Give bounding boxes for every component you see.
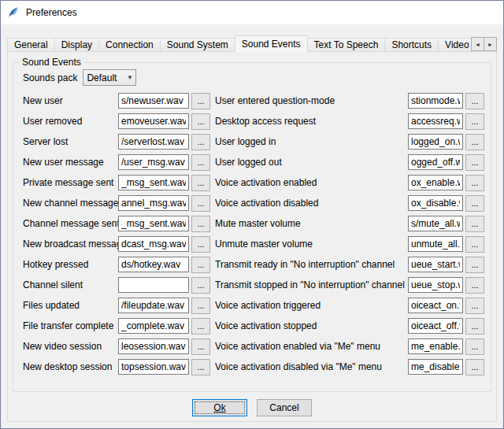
browse-button[interactable]: ... [191, 113, 210, 130]
sound-event-row: Transmit stopped in "No interruption" ch… [215, 275, 484, 295]
tab-scroll-left-button[interactable]: ◄ [471, 37, 484, 51]
sound-event-label: Voice activation enabled via "Me" menu [215, 341, 408, 352]
browse-button[interactable]: ... [465, 134, 484, 150]
ok-button-label: Ok [213, 402, 225, 413]
group-title: Sound Events [20, 57, 83, 68]
sound-file-input[interactable] [408, 175, 463, 190]
sound-event-label: Files updated [23, 300, 118, 311]
sound-file-input[interactable] [408, 216, 463, 231]
browse-button[interactable]: ... [465, 216, 484, 232]
sound-event-row: New desktop session ... [23, 357, 210, 377]
browse-button[interactable]: ... [465, 113, 484, 130]
tab-scroll-right-button[interactable]: ► [484, 37, 497, 51]
sound-file-input[interactable] [118, 216, 189, 231]
preferences-window: Preferences General Display Connection S… [0, 0, 504, 429]
window-title: Preferences [26, 7, 77, 18]
sound-file-input[interactable] [118, 257, 189, 272]
sound-file-input[interactable] [118, 318, 189, 334]
browse-button[interactable]: ... [191, 93, 210, 109]
tab-sound-events[interactable]: Sound Events [235, 35, 308, 52]
sound-file-input[interactable] [408, 257, 463, 272]
browse-button[interactable]: ... [465, 338, 484, 355]
browse-button[interactable]: ... [465, 195, 484, 212]
sound-event-label: Voice activation triggered [215, 300, 408, 311]
sound-event-label: Server lost [23, 136, 118, 147]
sound-file-input[interactable] [408, 359, 463, 375]
sound-file-input[interactable] [118, 277, 189, 293]
browse-button[interactable]: ... [191, 154, 210, 171]
tab-bar: General Display Connection Sound System … [7, 35, 497, 52]
sound-event-label: New user message [23, 157, 118, 168]
sound-file-input[interactable] [408, 277, 463, 293]
browse-button[interactable]: ... [191, 318, 210, 335]
sound-file-input[interactable] [408, 236, 463, 252]
sound-file-input[interactable] [118, 298, 189, 313]
sound-file-input[interactable] [118, 195, 189, 211]
sound-file-input[interactable] [118, 134, 189, 150]
browse-button[interactable]: ... [191, 216, 210, 232]
sound-event-row: Voice activation enabled ... [215, 172, 484, 193]
browse-button[interactable]: ... [191, 195, 210, 212]
browse-button[interactable]: ... [191, 277, 210, 294]
browse-button[interactable]: ... [191, 175, 210, 191]
sound-file-input[interactable] [118, 175, 189, 190]
sound-file-input[interactable] [408, 134, 463, 150]
tab-page-sound-events: Sound Events Sounds pack Default ▼ New u… [7, 51, 497, 422]
arrow-left-icon: ◄ [475, 42, 480, 47]
sound-event-row: Channel message sent ... [23, 213, 210, 234]
sound-file-input[interactable] [408, 154, 463, 170]
sound-event-row: Hotkey pressed ... [23, 254, 210, 275]
browse-button[interactable]: ... [191, 338, 210, 355]
sound-event-label: Voice activation disabled [215, 198, 408, 209]
browse-button[interactable]: ... [191, 134, 210, 150]
browse-button[interactable]: ... [465, 175, 484, 191]
sound-file-input[interactable] [118, 154, 189, 170]
titlebar: Preferences [1, 1, 503, 24]
sound-event-row: New channel message ... [23, 193, 210, 213]
sound-event-row: Transmit ready in "No interruption" chan… [215, 254, 484, 275]
sound-event-row: User entered question-mode ... [215, 91, 484, 111]
sound-file-input[interactable] [408, 195, 463, 211]
tab-shortcuts[interactable]: Shortcuts [384, 38, 439, 52]
sound-event-label: New video session [23, 341, 118, 352]
sound-file-input[interactable] [118, 338, 189, 354]
tab-text-to-speech[interactable]: Text To Speech [307, 38, 386, 52]
browse-button[interactable]: ... [465, 298, 484, 314]
sound-file-input[interactable] [118, 236, 189, 252]
sound-file-input[interactable] [408, 318, 463, 334]
browse-button[interactable]: ... [465, 257, 484, 273]
tab-general[interactable]: General [7, 38, 55, 52]
sound-event-label: Transmit ready in "No interruption" chan… [215, 259, 408, 270]
browse-button[interactable]: ... [465, 318, 484, 335]
sound-file-input[interactable] [118, 359, 189, 375]
browse-button[interactable]: ... [191, 236, 210, 253]
sound-event-label: User removed [23, 116, 118, 127]
sounds-pack-select[interactable]: Default ▼ [83, 69, 136, 86]
browse-button[interactable]: ... [191, 359, 210, 375]
browse-button[interactable]: ... [465, 154, 484, 171]
browse-button[interactable]: ... [465, 93, 484, 109]
ok-button[interactable]: Ok [192, 399, 247, 416]
sound-file-input[interactable] [408, 338, 463, 354]
sound-file-input[interactable] [408, 113, 463, 129]
sound-event-label: Transmit stopped in "No interruption" ch… [215, 279, 408, 290]
browse-button[interactable]: ... [465, 236, 484, 253]
browse-button[interactable]: ... [191, 298, 210, 314]
cancel-button[interactable]: Cancel [257, 399, 312, 416]
sound-event-row: Private message sent ... [23, 172, 210, 193]
browse-button[interactable]: ... [465, 359, 484, 375]
browse-button[interactable]: ... [191, 257, 210, 273]
sound-event-row: Unmute master volume ... [215, 234, 484, 254]
tab-connection[interactable]: Connection [98, 38, 161, 52]
tab-sound-system[interactable]: Sound System [160, 38, 235, 52]
sound-event-label: User entered question-mode [215, 95, 408, 106]
sound-file-input[interactable] [408, 298, 463, 313]
browse-button[interactable]: ... [465, 277, 484, 294]
tab-display[interactable]: Display [54, 38, 99, 52]
sound-event-row: User logged in ... [215, 131, 484, 152]
sound-file-input[interactable] [408, 93, 463, 109]
sound-event-row: New user message ... [23, 152, 210, 172]
sound-event-label: Hotkey pressed [23, 259, 118, 270]
sound-file-input[interactable] [118, 113, 189, 129]
sound-file-input[interactable] [118, 93, 189, 109]
